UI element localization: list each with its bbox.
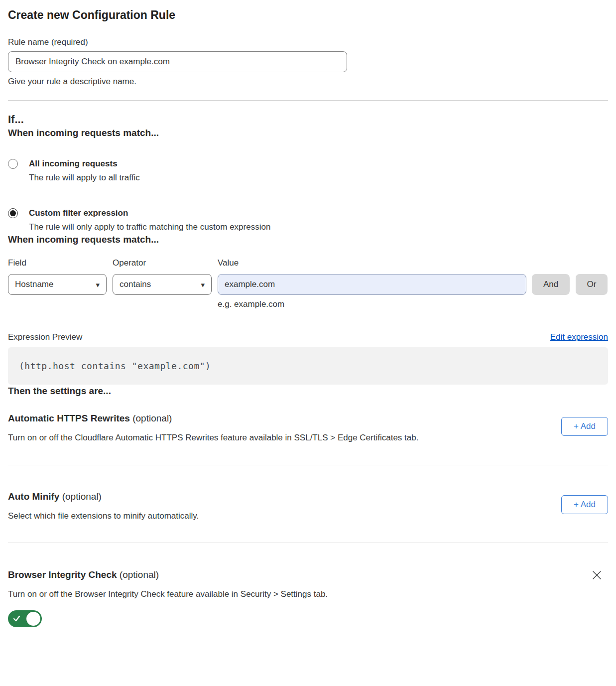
section-divider [8,100,608,101]
rule-name-input[interactable] [8,51,347,72]
setting-optional-tag: (optional) [62,491,102,502]
field-select[interactable]: Hostname ▾ [8,274,107,295]
setting-divider [8,465,608,465]
expression-builder-row: Field Hostname ▾ Operator contains ▾ Val… [8,257,608,310]
rule-name-label: Rule name (required) [8,37,608,48]
setting-description: Turn on or off the Browser Integrity Che… [8,588,608,601]
setting-optional-tag: (optional) [132,413,172,423]
expression-preview-label: Expression Preview [8,331,82,344]
toggle-knob [26,612,40,626]
radio-description: The rule will apply to all traffic [29,172,140,184]
check-icon [13,615,20,622]
radio-description: The rule will only apply to traffic matc… [29,221,270,233]
field-select-value: Hostname [15,279,53,289]
setting-optional-tag: (optional) [120,569,159,580]
setting-title: Browser Integrity Check [8,569,117,580]
add-automatic-https-rewrites-button[interactable]: + Add [561,417,608,436]
when-match-heading: When incoming requests match... [8,127,608,139]
chevron-down-icon: ▾ [96,281,100,288]
expression-preview-code: (http.host contains "example.com") [8,347,608,385]
operator-select-value: contains [120,279,151,289]
when-match-heading-builder: When incoming requests match... [8,233,608,246]
setting-auto-minify: Auto Minify (optional) Select which file… [8,490,608,523]
setting-description: Turn on or off the Cloudflare Automatic … [8,431,608,444]
setting-divider [8,543,608,543]
or-button[interactable]: Or [576,274,608,295]
setting-browser-integrity-check: Browser Integrity Check (optional) Turn … [8,568,608,627]
operator-label: Operator [113,257,212,270]
radio-button-icon[interactable] [8,159,18,169]
setting-description: Select which file extensions to minify a… [8,510,608,523]
radio-button-icon[interactable] [8,208,18,218]
setting-automatic-https-rewrites: Automatic HTTPS Rewrites (optional) Turn… [8,412,608,444]
radio-option-all-incoming-requests[interactable]: All incoming requests The rule will appl… [8,158,608,184]
create-configuration-rule-form: Create new Configuration Rule Rule name … [0,0,616,637]
remove-browser-integrity-check-button[interactable] [592,570,602,580]
close-icon [592,570,602,580]
value-hint: e.g. example.com [218,298,526,310]
setting-title: Auto Minify [8,491,59,502]
then-settings-heading: Then the settings are... [8,385,608,398]
and-button[interactable]: And [532,274,570,295]
radio-option-custom-filter-expression[interactable]: Custom filter expression The rule will o… [8,207,608,233]
operator-select[interactable]: contains ▾ [113,274,212,295]
value-input[interactable] [218,274,526,295]
page-title: Create new Configuration Rule [8,8,608,22]
field-label: Field [8,257,107,270]
if-heading: If... [8,113,608,127]
add-auto-minify-button[interactable]: + Add [561,495,608,514]
radio-label: Custom filter expression [29,207,270,219]
rule-name-help: Give your rule a descriptive name. [8,76,608,88]
chevron-down-icon: ▾ [201,281,205,288]
edit-expression-link[interactable]: Edit expression [550,331,608,344]
setting-title: Automatic HTTPS Rewrites [8,413,130,423]
value-label: Value [218,257,526,270]
browser-integrity-toggle[interactable] [8,610,42,627]
radio-label: All incoming requests [29,158,140,170]
